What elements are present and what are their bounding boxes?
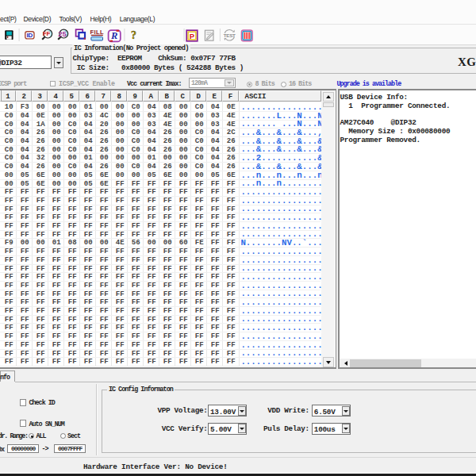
svg-text:FF: FF — [43, 30, 51, 37]
svg-text:ID: ID — [26, 32, 33, 39]
svg-text:P: P — [190, 32, 195, 40]
svg-text:?: ? — [131, 29, 136, 41]
svg-text:25: 25 — [58, 29, 67, 38]
svg-text:TEST: TEST — [224, 33, 236, 38]
svg-text:R: R — [110, 30, 117, 41]
